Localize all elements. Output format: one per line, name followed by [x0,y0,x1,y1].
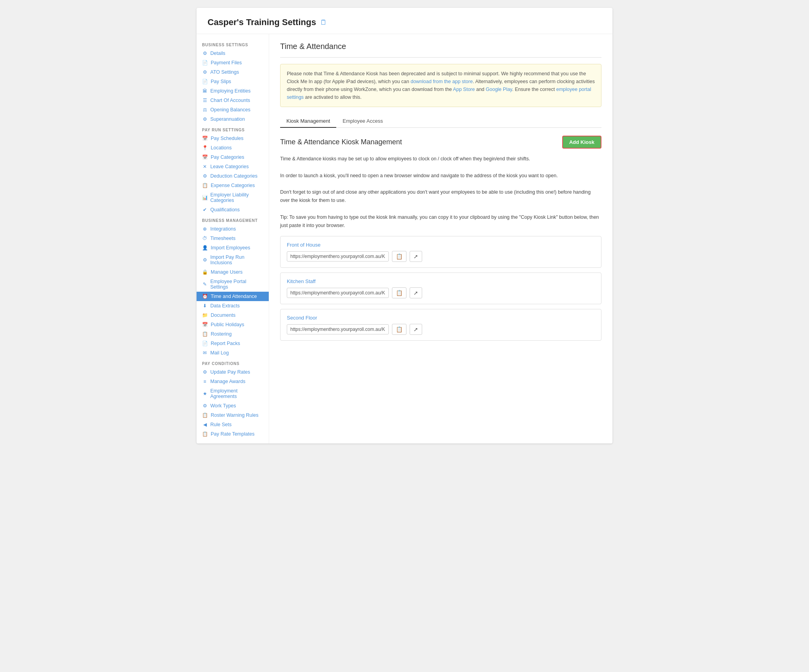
sidebar-label-rule-sets: Rule Sets [210,422,231,427]
sidebar-item-leave-categories[interactable]: ✕Leave Categories [197,162,269,171]
sidebar-item-employee-portal-settings[interactable]: ✎Employee Portal Settings [197,277,269,292]
kiosk-copy-button-front-of-house[interactable]: 📋 [392,251,406,262]
sidebar-icon-rule-sets: ◀ [202,422,208,427]
kiosk-open-button-second-floor[interactable]: ➚ [410,324,422,335]
sidebar-label-expense-categories: Expense Categories [211,183,255,188]
add-kiosk-button[interactable]: Add Kiosk [562,136,601,149]
sidebar-item-superannuation[interactable]: ⚙Superannuation [197,114,269,124]
sidebar-label-locations: Locations [211,145,232,151]
kiosk-open-button-front-of-house[interactable]: ➚ [410,251,422,262]
sidebar-icon-integrations: ⊕ [202,226,208,232]
sidebar-item-mail-log[interactable]: ✉Mail Log [197,348,269,358]
sidebar-label-pay-categories: Pay Categories [211,154,244,160]
sidebar-icon-qualifications: ✔ [202,207,208,212]
sidebar-item-manage-awards[interactable]: ≡Manage Awards [197,377,269,386]
sidebar-item-deduction-categories[interactable]: ⚙Deduction Categories [197,171,269,181]
sidebar-icon-manage-users: 🔒 [202,269,208,275]
sidebar-label-manage-users: Manage Users [211,269,242,275]
sidebar-icon-pay-schedules: 📅 [202,136,208,141]
sidebar-item-import-pay-run-inclusions[interactable]: ⚙Import Pay Run Inclusions [197,252,269,267]
sidebar-item-report-packs[interactable]: 📄Report Packs [197,339,269,348]
sidebar-item-opening-balances[interactable]: ⚖Opening Balances [197,105,269,114]
sidebar-item-payment-files[interactable]: 📄Payment Files [197,58,269,67]
sidebar-item-pay-schedules[interactable]: 📅Pay Schedules [197,134,269,143]
kiosk-url-input-kitchen-staff[interactable] [287,288,389,298]
sidebar-icon-mail-log: ✉ [202,350,208,356]
sidebar-label-payment-files: Payment Files [211,60,242,65]
sidebar-item-employing-entities[interactable]: 🏛Employing Entities [197,86,269,96]
sidebar-icon-report-packs: 📄 [202,341,208,346]
sidebar-label-rostering: Rostering [211,331,232,337]
sidebar-section-business-settings: Business Settings [197,39,269,49]
sidebar-item-employer-liability-categories[interactable]: 📊Employer Liability Categories [197,190,269,205]
instructions: Time & Attendance kiosks may be set up t… [280,155,601,230]
sidebar-label-ato-settings: ATO Settings [210,69,239,75]
tab-employee-access[interactable]: Employee Access [336,115,389,128]
notice-link-app-store2[interactable]: App Store [453,87,475,92]
sidebar-item-pay-slips[interactable]: 📄Pay Slips [197,77,269,86]
sidebar-item-time-and-attendance[interactable]: ⏰Time and Attendance [197,292,269,301]
sidebar-label-employing-entities: Employing Entities [210,88,251,94]
sidebar-label-report-packs: Report Packs [211,341,240,346]
sidebar-label-integrations: Integrations [210,226,236,232]
sidebar-label-pay-schedules: Pay Schedules [211,136,243,141]
sidebar-section-business-management: Business Management [197,214,269,224]
kiosk-card-second-floor: Second Floor📋➚ [280,309,601,341]
sidebar-item-chart-of-accounts[interactable]: ☰Chart Of Accounts [197,96,269,105]
notice-link-app-store[interactable]: download from the app store [410,79,472,84]
sidebar-item-import-employees[interactable]: 👤Import Employees [197,243,269,252]
sidebar-item-integrations[interactable]: ⊕Integrations [197,224,269,234]
sidebar-item-locations[interactable]: 📍Locations [197,143,269,153]
sidebar-icon-manage-awards: ≡ [202,379,208,384]
sidebar-item-data-extracts[interactable]: ⬇Data Extracts [197,301,269,311]
notice-box: Please note that Time & Attendance Kiosk… [280,64,601,107]
tab-kiosk-management[interactable]: Kiosk Management [280,115,336,128]
sidebar-label-data-extracts: Data Extracts [210,303,240,309]
kiosk-copy-button-second-floor[interactable]: 📋 [392,324,406,335]
sidebar-label-update-pay-rates: Update Pay Rates [210,369,250,375]
kiosk-url-input-second-floor[interactable] [287,324,389,334]
sidebar-item-timesheets[interactable]: ⏱Timesheets [197,234,269,243]
sidebar-icon-employee-portal-settings: ✎ [202,282,208,287]
sidebar-item-update-pay-rates[interactable]: ⚙Update Pay Rates [197,367,269,377]
sidebar-icon-public-holidays: 📅 [202,322,208,327]
kiosk-url-row-front-of-house: 📋➚ [287,251,595,262]
sidebar-item-pay-categories[interactable]: 📅Pay Categories [197,153,269,162]
sidebar-label-superannuation: Superannuation [210,116,245,122]
sidebar-icon-expense-categories: 📋 [202,183,208,188]
sidebar-item-work-types[interactable]: ⚙Work Types [197,401,269,410]
sidebar-icon-pay-categories: 📅 [202,154,208,160]
sidebar-item-qualifications[interactable]: ✔Qualifications [197,205,269,214]
sidebar-icon-data-extracts: ⬇ [202,303,208,309]
sidebar-label-pay-slips: Pay Slips [211,79,231,84]
kiosk-open-button-kitchen-staff[interactable]: ➚ [410,287,422,298]
sidebar-label-employer-liability-categories: Employer Liability Categories [210,192,263,203]
sidebar-item-pay-rate-templates[interactable]: 📋Pay Rate Templates [197,429,269,439]
sidebar-icon-documents: 📁 [202,312,208,318]
kiosk-copy-button-kitchen-staff[interactable]: 📋 [392,287,406,298]
sidebar-label-deduction-categories: Deduction Categories [210,173,257,179]
sidebar-item-ato-settings[interactable]: ⚙ATO Settings [197,67,269,77]
sidebar-section-pay-run-settings: Pay Run Settings [197,124,269,134]
section-title: Time & Attendance [280,42,601,51]
sidebar-section-pay-conditions: Pay Conditions [197,358,269,367]
sidebar-icon-roster-warning-rules: 📋 [202,412,208,418]
kiosk-name-second-floor: Second Floor [287,315,595,321]
sidebar-icon-opening-balances: ⚖ [202,107,208,113]
sidebar-icon-rostering: 📋 [202,331,208,337]
sidebar-item-rule-sets[interactable]: ◀Rule Sets [197,420,269,429]
sidebar-item-manage-users[interactable]: 🔒Manage Users [197,267,269,277]
sidebar-item-documents[interactable]: 📁Documents [197,311,269,320]
sidebar-item-public-holidays[interactable]: 📅Public Holidays [197,320,269,329]
edit-icon[interactable]: 🗒 [320,18,327,27]
sidebar-icon-update-pay-rates: ⚙ [202,369,208,375]
sidebar-item-employment-agreements[interactable]: ★Employment Agreements [197,386,269,401]
sidebar-icon-locations: 📍 [202,145,208,151]
sidebar-item-rostering[interactable]: 📋Rostering [197,329,269,339]
notice-link-google-play[interactable]: Google Play [486,87,512,92]
sidebar-item-roster-warning-rules[interactable]: 📋Roster Warning Rules [197,410,269,420]
sidebar-item-expense-categories[interactable]: 📋Expense Categories [197,181,269,190]
kiosk-title: Time & Attendance Kiosk Management [280,138,402,146]
kiosk-url-input-front-of-house[interactable] [287,251,389,262]
sidebar-item-details[interactable]: ⚙Details [197,49,269,58]
